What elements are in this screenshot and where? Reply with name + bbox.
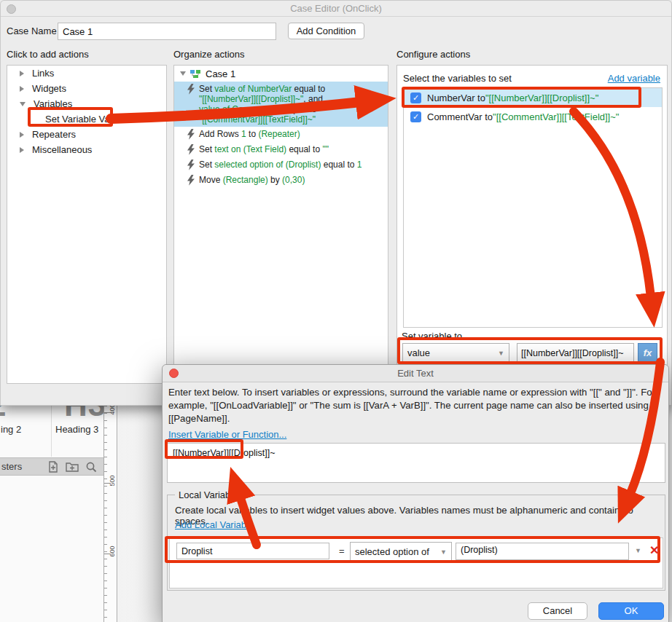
chevron-right-icon[interactable] bbox=[20, 147, 24, 153]
expression-textarea[interactable]: [[NumberVar]][[Droplist]]~ bbox=[167, 443, 665, 483]
local-variables-legend: Local Variables bbox=[175, 489, 246, 500]
ok-button[interactable]: OK bbox=[598, 602, 664, 620]
variable-row-numbervar[interactable]: ✓NumberVar to "[[NumberVar]][[Droplist]]… bbox=[404, 88, 662, 107]
insert-variable-link[interactable]: Insert Variable or Function... bbox=[168, 429, 286, 440]
add-folder-icon[interactable] bbox=[66, 461, 79, 472]
action-bolt-icon bbox=[186, 160, 196, 170]
case-name-row: Case Name Add Condition bbox=[1, 21, 671, 42]
action-item[interactable]: Add Rows 1 to (Repeater) bbox=[174, 127, 388, 142]
action-bolt-icon bbox=[186, 84, 196, 95]
widget-label-heading2: ing 2 bbox=[1, 424, 21, 435]
local-variable-name-input[interactable] bbox=[176, 543, 329, 559]
action-item[interactable]: Move (Rectangle) by (0,30) bbox=[174, 173, 388, 188]
action-text: Set text on (Text Field) equal to "" bbox=[199, 144, 329, 155]
local-variable-type-selected: selected option of bbox=[355, 546, 429, 557]
edit-text-instructions: Enter text below. To insert variables or… bbox=[168, 386, 664, 425]
value-type-dropdown[interactable]: value ▼ bbox=[402, 343, 509, 363]
variable-row-commentvar[interactable]: ✓CommentVar to "[[CommentVar]][[TextFiel… bbox=[404, 107, 662, 126]
left-column-header: Click to add actions bbox=[7, 49, 89, 60]
middle-column-header: Organize actions bbox=[173, 49, 245, 60]
action-bolt-icon bbox=[186, 144, 196, 155]
search-icon[interactable] bbox=[85, 461, 97, 473]
ruler-label: 600 bbox=[109, 546, 116, 556]
case-editor-dialog: Case Editor (OnClick) Case Name Add Cond… bbox=[0, 0, 672, 406]
case-editor-titlebar: Case Editor (OnClick) bbox=[1, 1, 671, 17]
action-tree: LinksWidgetsVariablesSet Variable ValueR… bbox=[7, 65, 167, 384]
case-tree-row[interactable]: Case 1 bbox=[174, 66, 388, 82]
add-local-variable-link[interactable]: Add Local Variable bbox=[175, 519, 254, 530]
chevron-right-icon[interactable] bbox=[20, 86, 24, 92]
window-button-inactive[interactable] bbox=[7, 4, 16, 14]
edit-text-titlebar: Edit Text bbox=[163, 365, 668, 382]
action-text: Set selected option of (Droplist) equal … bbox=[199, 160, 362, 170]
action-item[interactable]: Set selected option of (Droplist) equal … bbox=[174, 157, 388, 173]
case-name-label: Case Name bbox=[7, 25, 57, 36]
ruler-major-ticks bbox=[104, 412, 110, 622]
checkbox-checked[interactable]: ✓ bbox=[410, 111, 421, 122]
tree-item-label: Miscellaneous bbox=[32, 144, 92, 155]
tree-item-miscellaneous[interactable]: Miscellaneous bbox=[7, 142, 166, 157]
cancel-button[interactable]: Cancel bbox=[528, 602, 587, 620]
case-name-input[interactable] bbox=[58, 23, 276, 40]
chevron-down-icon[interactable] bbox=[20, 102, 26, 106]
chevron-down-icon[interactable] bbox=[180, 71, 186, 76]
tree-item-label: Widgets bbox=[32, 83, 66, 94]
chevron-right-icon[interactable] bbox=[20, 71, 24, 76]
design-canvas bbox=[118, 406, 162, 622]
chevron-down-icon: ▼ bbox=[498, 350, 504, 357]
screenshot-root: 2 H3 ing 2 Heading 3 sters 400 bbox=[0, 0, 672, 622]
add-condition-button[interactable]: Add Condition bbox=[288, 23, 364, 39]
close-button[interactable] bbox=[169, 369, 179, 378]
local-variables-group: Local Variables Create local variables t… bbox=[167, 495, 665, 591]
organize-actions-list: Set value of NumberVar equal to"[[Number… bbox=[174, 82, 388, 188]
edit-text-title: Edit Text bbox=[163, 365, 668, 382]
right-column-header: Configure actions bbox=[396, 49, 470, 60]
tree-item-label: Repeaters bbox=[32, 129, 76, 140]
widget-grid-divider bbox=[51, 406, 52, 457]
tree-item-variables[interactable]: Variables bbox=[7, 96, 166, 111]
action-item[interactable]: Set text on (Text Field) equal to "" bbox=[174, 142, 388, 157]
vertical-ruler: 400 500 600 bbox=[103, 406, 117, 622]
add-page-icon[interactable] bbox=[47, 461, 59, 473]
set-variable-to-label: Set variable to bbox=[402, 331, 462, 342]
chevron-right-icon[interactable] bbox=[20, 132, 24, 138]
widget-label-heading3: Heading 3 bbox=[55, 424, 98, 435]
fx-button[interactable]: fx bbox=[638, 343, 657, 363]
delete-local-variable-button[interactable]: ✕ bbox=[649, 543, 659, 557]
select-variables-header: Select the variables to set bbox=[403, 73, 512, 84]
case-label: Case 1 bbox=[206, 68, 235, 79]
variable-name: NumberVar to bbox=[427, 92, 485, 103]
organize-actions-panel: Case 1 Set value of NumberVar equal to"[… bbox=[173, 65, 388, 384]
local-variables-rows: = selected option of ▼ (Droplist) ▼ ✕ bbox=[169, 538, 663, 588]
tree-item-widgets[interactable]: Widgets bbox=[7, 81, 166, 96]
tree-item-set-variable-value[interactable]: Set Variable Value bbox=[7, 111, 166, 127]
edit-text-dialog: Edit Text Enter text below. To insert va… bbox=[162, 364, 669, 622]
ruler-label: 500 bbox=[109, 475, 116, 486]
masters-panel-title: sters bbox=[1, 461, 47, 472]
tree-item-repeaters[interactable]: Repeaters bbox=[7, 127, 166, 142]
expression-text: [[NumberVar]][[Droplist]]~ bbox=[173, 448, 275, 458]
case-editor-title: Case Editor (OnClick) bbox=[1, 1, 671, 17]
action-item[interactable]: Set value of NumberVar equal to"[[Number… bbox=[174, 82, 388, 127]
chevron-down-icon: ▼ bbox=[440, 548, 447, 556]
local-variable-widget-combo[interactable]: (Droplist) bbox=[456, 543, 629, 560]
tree-item-links[interactable]: Links bbox=[7, 66, 166, 81]
variable-value: "[[CommentVar]][[TextField]]~" bbox=[493, 111, 619, 122]
chevron-down-icon[interactable]: ▼ bbox=[635, 547, 641, 554]
tree-item-label: Variables bbox=[34, 98, 72, 109]
variable-name: CommentVar to bbox=[427, 111, 493, 122]
action-bolt-icon bbox=[186, 175, 196, 186]
variable-value: "[[NumberVar]][[Droplist]]~" bbox=[485, 92, 598, 103]
tree-item-label: Links bbox=[32, 68, 54, 79]
action-text: Move (Rectangle) by (0,30) bbox=[199, 175, 305, 186]
action-text: Set value of NumberVar equal to"[[Number… bbox=[199, 84, 325, 125]
variable-value-input[interactable] bbox=[517, 343, 634, 363]
local-variable-type-dropdown[interactable]: selected option of ▼ bbox=[350, 542, 452, 562]
checkbox-checked[interactable]: ✓ bbox=[410, 92, 421, 103]
variables-list: ✓NumberVar to "[[NumberVar]][[Droplist]]… bbox=[403, 87, 663, 328]
case-icon bbox=[190, 69, 201, 79]
configure-actions-panel: Select the variables to set Add variable… bbox=[396, 65, 668, 367]
tree-item-label: Set Variable Value bbox=[45, 114, 122, 125]
add-variable-link[interactable]: Add variable bbox=[608, 73, 660, 84]
masters-panel-header: sters bbox=[0, 457, 103, 476]
